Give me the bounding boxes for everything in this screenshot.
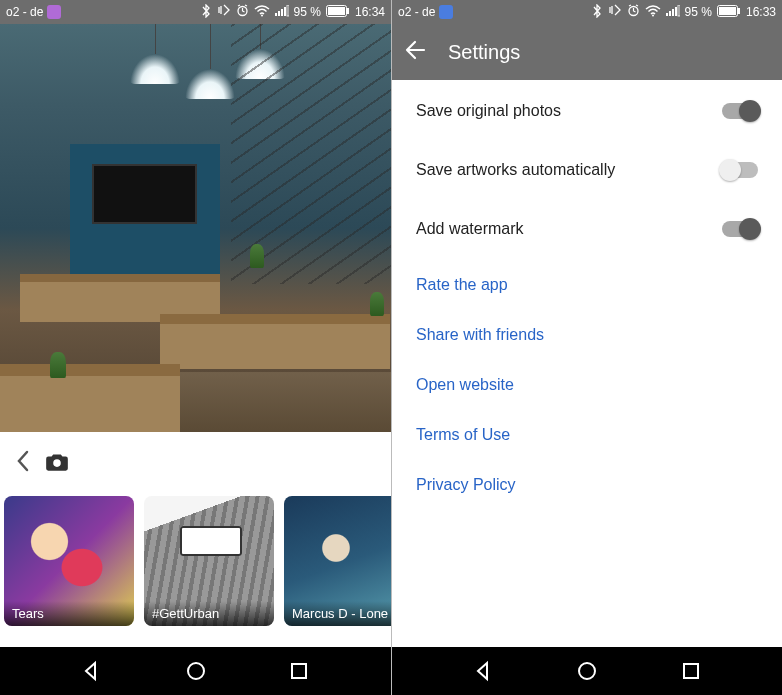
link-label: Share with friends xyxy=(416,326,758,344)
svg-point-10 xyxy=(188,663,204,679)
bluetooth-icon xyxy=(200,4,212,21)
svg-point-13 xyxy=(652,14,654,16)
link-privacy[interactable]: Privacy Policy xyxy=(392,460,782,510)
setting-save-artworks[interactable]: Save artworks automatically xyxy=(392,142,782,198)
setting-add-watermark[interactable]: Add watermark xyxy=(392,198,782,260)
svg-rect-21 xyxy=(738,8,740,14)
svg-rect-17 xyxy=(675,7,677,16)
signal-icon xyxy=(666,5,680,20)
filter-thumb[interactable]: Gett #GettUrban xyxy=(144,496,274,626)
svg-rect-6 xyxy=(287,5,289,16)
signal-icon xyxy=(275,5,289,20)
setting-save-original[interactable]: Save original photos xyxy=(392,80,782,142)
spacer xyxy=(0,631,391,647)
svg-rect-4 xyxy=(281,9,283,16)
status-bar: o2 - de 95 % xyxy=(392,0,782,24)
svg-point-1 xyxy=(261,14,263,16)
svg-rect-3 xyxy=(278,11,280,16)
toggle-switch[interactable] xyxy=(722,162,758,178)
svg-rect-9 xyxy=(347,8,349,14)
filter-strip[interactable]: Tears Gett #GettUrban Marcus D - Lone xyxy=(0,496,391,631)
toggle-switch[interactable] xyxy=(722,221,758,237)
photo-preview[interactable] xyxy=(0,24,391,432)
svg-rect-2 xyxy=(275,13,277,16)
camera-icon[interactable] xyxy=(44,449,70,479)
page-title: Settings xyxy=(448,41,520,64)
filter-label: Marcus D - Lone xyxy=(284,601,391,626)
nav-bar xyxy=(0,647,391,695)
alarm-icon xyxy=(236,4,249,20)
svg-rect-20 xyxy=(719,7,736,15)
svg-rect-14 xyxy=(666,13,668,16)
svg-rect-15 xyxy=(669,11,671,16)
notification-badge-icon xyxy=(47,5,61,19)
svg-rect-11 xyxy=(292,664,306,678)
setting-label: Save artworks automatically xyxy=(416,160,722,180)
link-label: Terms of Use xyxy=(416,426,758,444)
wifi-icon xyxy=(645,5,661,20)
phone-left: o2 - de 95 % xyxy=(0,0,391,695)
battery-icon xyxy=(326,5,350,20)
back-button[interactable] xyxy=(16,450,30,478)
nav-back-icon[interactable] xyxy=(80,659,104,683)
clock-label: 16:34 xyxy=(355,5,385,19)
svg-rect-5 xyxy=(284,7,286,16)
svg-rect-8 xyxy=(328,7,345,15)
svg-point-22 xyxy=(579,663,595,679)
filter-thumb[interactable]: Marcus D - Lone xyxy=(284,496,391,626)
svg-rect-16 xyxy=(672,9,674,16)
toolbar xyxy=(0,432,391,496)
back-arrow-icon[interactable] xyxy=(404,39,426,65)
phone-right: o2 - de 95 % xyxy=(391,0,782,695)
battery-label: 95 % xyxy=(685,5,712,19)
link-open-website[interactable]: Open website xyxy=(392,360,782,410)
carrier-label: o2 - de xyxy=(6,5,43,19)
clock-label: 16:33 xyxy=(746,5,776,19)
nav-home-icon[interactable] xyxy=(184,659,208,683)
vibrate-icon xyxy=(217,4,231,21)
setting-label: Add watermark xyxy=(416,220,722,238)
nav-home-icon[interactable] xyxy=(575,659,599,683)
filter-thumb[interactable]: Tears xyxy=(4,496,134,626)
link-rate-app[interactable]: Rate the app xyxy=(392,260,782,310)
vibrate-icon xyxy=(608,4,622,21)
link-share[interactable]: Share with friends xyxy=(392,310,782,360)
nav-back-icon[interactable] xyxy=(472,659,496,683)
alarm-icon xyxy=(627,4,640,20)
nav-recent-icon[interactable] xyxy=(287,659,311,683)
filter-label: Tears xyxy=(4,601,134,626)
filter-label: #GettUrban xyxy=(144,601,274,626)
battery-label: 95 % xyxy=(294,5,321,19)
link-terms[interactable]: Terms of Use xyxy=(392,410,782,460)
status-bar: o2 - de 95 % xyxy=(0,0,391,24)
app-bar: Settings xyxy=(392,24,782,80)
svg-rect-18 xyxy=(678,5,680,16)
svg-rect-23 xyxy=(684,664,698,678)
toggle-switch[interactable] xyxy=(722,103,758,119)
bluetooth-icon xyxy=(591,4,603,21)
nav-recent-icon[interactable] xyxy=(679,659,703,683)
settings-list[interactable]: Save original photos Save artworks autom… xyxy=(392,80,782,647)
carrier-label: o2 - de xyxy=(398,5,435,19)
notification-badge-icon xyxy=(439,5,453,19)
link-label: Open website xyxy=(416,376,758,394)
link-label: Rate the app xyxy=(416,276,758,294)
wifi-icon xyxy=(254,5,270,20)
battery-icon xyxy=(717,5,741,20)
nav-bar xyxy=(392,647,782,695)
setting-label: Save original photos xyxy=(416,102,722,120)
link-label: Privacy Policy xyxy=(416,476,758,494)
filter-brand: Gett xyxy=(186,532,228,548)
